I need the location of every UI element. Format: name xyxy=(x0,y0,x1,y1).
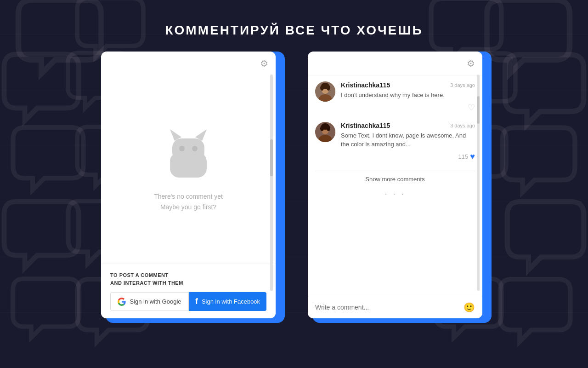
comment-actions-1: ♡ xyxy=(341,103,475,113)
comment-time-1: 3 days ago xyxy=(450,82,475,88)
right-panel-wrapper: ⚙ xyxy=(308,52,487,318)
settings-icon[interactable]: ⚙ xyxy=(260,58,268,69)
panels-container: ⚙ Ther xyxy=(0,52,588,318)
comment-avatar-1 xyxy=(315,81,335,102)
comment-meta-2: Kristinachka115 3 days ago xyxy=(341,122,475,129)
auth-buttons: Sign in with Google f Sign in with Faceb… xyxy=(110,292,266,311)
like-icon-1[interactable]: ♡ xyxy=(468,103,475,113)
sign-in-google-button[interactable]: Sign in with Google xyxy=(110,292,189,311)
google-icon xyxy=(118,298,126,306)
show-more-comments[interactable]: Show more comments xyxy=(315,171,475,187)
sign-in-facebook-button[interactable]: f Sign in with Facebook xyxy=(189,292,266,311)
comment-time-2: 3 days ago xyxy=(450,123,475,128)
facebook-icon: f xyxy=(195,297,198,306)
comment-avatar-2 xyxy=(315,122,335,142)
comment-username-2: Kristinachka115 xyxy=(341,122,390,129)
comment-body-1: Kristinachka115 3 days ago I don't under… xyxy=(341,81,475,113)
facebook-button-label: Sign in with Facebook xyxy=(202,298,260,305)
right-panel: ⚙ xyxy=(308,52,482,318)
left-panel-footer: TO POST A COMMENT AND INTERACT WITH THEM… xyxy=(101,264,276,318)
svg-point-18 xyxy=(320,126,324,131)
comment-item-2: Kristinachka115 3 days ago Some Text. I … xyxy=(315,122,475,161)
comment-meta-1: Kristinachka115 3 days ago xyxy=(341,81,475,89)
google-button-label: Sign in with Google xyxy=(130,298,181,305)
loading-indicator: · · · xyxy=(315,187,475,201)
comment-text-2: Some Text. I dont know, page is awesome.… xyxy=(341,131,475,149)
right-scrollbar-track[interactable] xyxy=(477,75,480,291)
comment-actions-2: 115 ♥ xyxy=(341,152,475,161)
right-scrollbar-thumb[interactable] xyxy=(477,96,480,124)
svg-point-5 xyxy=(192,146,198,151)
svg-point-11 xyxy=(320,85,324,91)
emoji-icon[interactable]: 🙂 xyxy=(464,302,475,313)
comment-username-1: Kristinachka115 xyxy=(341,81,390,89)
cta-text: TO POST A COMMENT AND INTERACT WITH THEM xyxy=(110,271,266,287)
cat-mascot-icon xyxy=(161,127,216,182)
left-panel-header: ⚙ xyxy=(101,52,276,75)
avatar-portrait-2 xyxy=(315,122,335,142)
like-icon-2[interactable]: ♥ xyxy=(470,152,475,161)
avatar-portrait-1 xyxy=(315,81,335,102)
svg-point-12 xyxy=(327,85,330,91)
comment-body-2: Kristinachka115 3 days ago Some Text. I … xyxy=(341,122,475,161)
comment-item: Kristinachka115 3 days ago I don't under… xyxy=(315,81,475,113)
like-count-2: 115 xyxy=(458,153,469,160)
scrollbar-thumb[interactable] xyxy=(270,139,273,176)
no-comment-message: There's no comment yet Maybe you go firs… xyxy=(154,191,223,212)
comment-input-area: 🙂 xyxy=(308,296,482,318)
svg-point-19 xyxy=(327,126,330,131)
left-panel-wrapper: ⚙ Ther xyxy=(101,52,280,318)
page-title: КОММЕНТИРУЙ ВСЕ ЧТО ХОЧЕШЬ xyxy=(0,0,588,52)
right-settings-icon[interactable]: ⚙ xyxy=(467,58,475,69)
left-panel-content: There's no comment yet Maybe you go firs… xyxy=(101,75,276,264)
scrollbar-track[interactable] xyxy=(270,75,273,291)
comment-text-1: I don't understand why my face is here. xyxy=(341,91,475,100)
svg-point-4 xyxy=(179,146,185,151)
comments-list: Kristinachka115 3 days ago I don't under… xyxy=(308,76,482,296)
right-panel-header: ⚙ xyxy=(308,52,482,76)
left-panel: ⚙ Ther xyxy=(101,52,276,318)
comment-input[interactable] xyxy=(315,304,459,311)
svg-rect-1 xyxy=(172,138,204,161)
